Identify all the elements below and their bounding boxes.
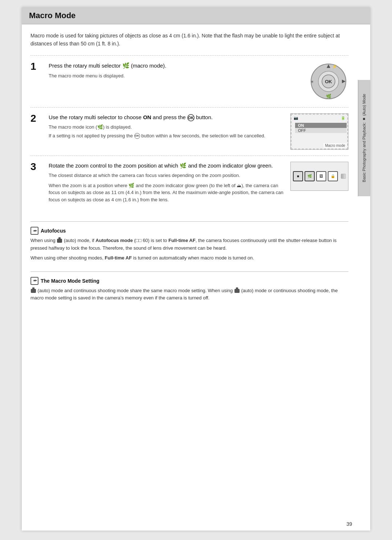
step-3-instruction: Rotate the zoom control to the zoom posi… bbox=[49, 162, 285, 170]
ok-dial: OK 🌿 ☀ ⚡ bbox=[309, 61, 348, 101]
step-1-number: 1 bbox=[30, 61, 45, 72]
macro-setting-note-icon: ✒ bbox=[30, 277, 38, 285]
page-wrapper: Macro Mode Basic Photography and Playbac… bbox=[22, 7, 370, 531]
step-1-instruction: Press the rotary multi selector 🌿 (macro… bbox=[49, 61, 303, 70]
step-1: 1 Press the rotary multi selector 🌿 (mac… bbox=[30, 55, 348, 107]
autofocus-note-text-2: When using other shooting modes, Full-ti… bbox=[30, 254, 348, 262]
macro-setting-note-title: ✒ The Macro Mode Setting bbox=[30, 277, 348, 285]
page-number: 39 bbox=[346, 521, 352, 527]
side-tab: Basic Photography and Playback: ■ (Auto)… bbox=[358, 80, 370, 196]
svg-text:☀: ☀ bbox=[310, 80, 314, 84]
svg-text:OK: OK bbox=[325, 79, 332, 84]
autofocus-note-text-1: When using (auto) mode, if Autofocus mod… bbox=[30, 237, 348, 252]
step-2: 2 Use the rotary multi selector to choos… bbox=[30, 107, 348, 156]
macro-off-option: OFF bbox=[295, 128, 347, 133]
step-3-detail-1: The closest distance at which the camera… bbox=[49, 172, 285, 179]
main-content: Macro mode is used for taking pictures o… bbox=[22, 24, 357, 315]
macro-setting-note-text-1: (auto) mode and continuous shooting mode… bbox=[30, 287, 348, 302]
notes-section: ✒ Autofocus When using (auto) mode, if A… bbox=[30, 221, 348, 308]
autofocus-note: ✒ Autofocus When using (auto) mode, if A… bbox=[30, 221, 348, 267]
zoom-icon-4: 🔒 bbox=[328, 171, 338, 181]
step-1-image: OK 🌿 ☀ ⚡ bbox=[309, 61, 348, 101]
macro-menu-top: 📷 🔋 bbox=[292, 115, 347, 121]
title-bar: Macro Mode bbox=[22, 7, 370, 24]
step-3: 3 Rotate the zoom control to the zoom po… bbox=[30, 156, 348, 211]
macro-setting-note-title-text: The Macro Mode Setting bbox=[41, 278, 99, 284]
zoom-bar bbox=[341, 174, 346, 179]
macro-on-option: ON bbox=[295, 123, 347, 128]
step-3-image: ■ 🌿 🖼 🔒 bbox=[290, 162, 348, 191]
camera-icon-inline-2 bbox=[31, 289, 36, 293]
macro-menu-label: Macro mode bbox=[323, 143, 347, 148]
zoom-icon-1: ■ bbox=[293, 171, 303, 181]
macro-menu-display: 📷 🔋 ON OFF Macro mode bbox=[290, 113, 348, 150]
step-2-detail-2: If a setting is not applied by pressing … bbox=[49, 132, 285, 140]
autofocus-note-icon: ✒ bbox=[30, 227, 38, 235]
step-3-detail-2: When the zoom is at a position where 🌿 a… bbox=[49, 182, 285, 203]
zoom-icon-2: 🌿 bbox=[305, 171, 315, 181]
step-3-number: 3 bbox=[30, 162, 45, 172]
autofocus-note-title: ✒ Autofocus bbox=[30, 227, 348, 235]
step-3-body: Rotate the zoom control to the zoom posi… bbox=[49, 162, 285, 205]
page-title: Macro Mode bbox=[29, 11, 363, 20]
ok-dial-svg: OK 🌿 ☀ ⚡ bbox=[309, 61, 348, 101]
step-1-detail: The macro mode menu is displayed. bbox=[49, 72, 303, 80]
zoom-display: ■ 🌿 🖼 🔒 bbox=[290, 162, 348, 191]
step-2-body: Use the rotary multi selector to choose … bbox=[49, 113, 285, 141]
step-1-body: Press the rotary multi selector 🌿 (macro… bbox=[49, 61, 303, 81]
camera-icon-inline-1 bbox=[57, 239, 62, 243]
side-tab-text: Basic Photography and Playback: ■ (Auto)… bbox=[362, 94, 367, 182]
step-2-detail-1: The macro mode icon (🌿) is displayed. bbox=[49, 124, 285, 131]
svg-text:⚡: ⚡ bbox=[332, 64, 337, 69]
svg-text:🌿: 🌿 bbox=[326, 93, 331, 99]
autofocus-note-title-text: Autofocus bbox=[41, 228, 66, 234]
camera-icon-inline-3 bbox=[234, 289, 240, 293]
macro-setting-note: ✒ The Macro Mode Setting (auto) mode and… bbox=[30, 271, 348, 308]
intro-text: Macro mode is used for taking pictures o… bbox=[30, 32, 348, 48]
step-2-instruction: Use the rotary multi selector to choose … bbox=[49, 113, 285, 122]
zoom-icon-3: 🖼 bbox=[316, 171, 326, 181]
step-2-number: 2 bbox=[30, 113, 45, 124]
step-2-image: 📷 🔋 ON OFF Macro mode bbox=[290, 113, 348, 150]
